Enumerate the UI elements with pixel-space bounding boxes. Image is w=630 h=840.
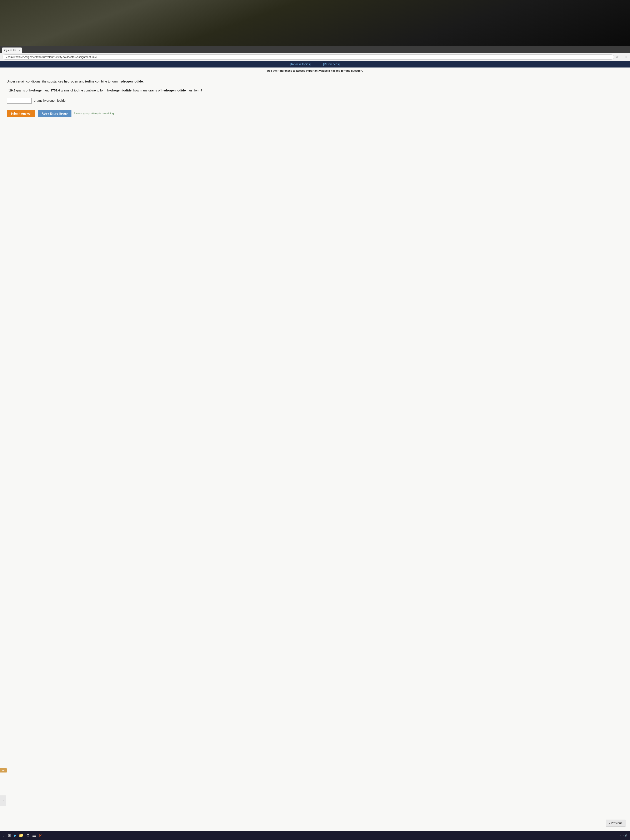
previous-button-label: Previous (611, 821, 622, 825)
bottom-label: ted (0, 768, 7, 772)
tab-bar: ing and lea × + (0, 46, 630, 53)
address-bar: ☆ ☰ ⊞ (0, 53, 630, 61)
taskbar-right: ∧ □ 🔊 (620, 834, 627, 837)
previous-button[interactable]: ‹ Previous (606, 819, 626, 827)
browser-chrome: ing and lea × + ☆ ☰ ⊞ (0, 46, 630, 61)
media-icon[interactable]: ▬ (33, 833, 36, 838)
tab-label: ing and lea (4, 49, 16, 52)
file-explorer-icon[interactable]: 📁 (19, 833, 23, 838)
taskbar-left: ○ ⊞ e 📁 ⚙ ▬ P (3, 833, 42, 838)
page-content: [Review Topics] [References] Use the Ref… (0, 61, 630, 831)
bookmark-icon[interactable]: ☆ (616, 55, 619, 59)
question-text: If 29.8 grams of hydrogen and 3751.6 gra… (7, 88, 623, 93)
references-link[interactable]: [References] (323, 63, 339, 66)
references-subtext: Use the References to access important v… (0, 68, 630, 74)
answer-row: grams hydrogen iodide (7, 98, 623, 104)
retry-group-button[interactable]: Retry Entire Group (38, 110, 71, 117)
url-input[interactable] (3, 54, 614, 60)
powerpoint-icon[interactable]: P (39, 833, 42, 838)
top-nav: [Review Topics] [References] (0, 61, 630, 68)
extensions-icon[interactable]: ⊞ (625, 55, 627, 59)
cortana-icon[interactable]: ⊞ (8, 833, 11, 838)
browser-menu-icon[interactable]: ☰ (620, 55, 623, 59)
settings-icon[interactable]: ⚙ (26, 833, 30, 838)
windows-search-icon[interactable]: ○ (3, 833, 5, 838)
browser-tab[interactable]: ing and lea × (2, 47, 22, 53)
answer-input[interactable] (7, 98, 32, 104)
address-bar-icons: ☆ ☰ ⊞ (616, 55, 627, 59)
bottom-spacer: ted › ‹ Previous (0, 478, 630, 831)
buttons-row: Submit Answer Retry Entire Group 9 more … (7, 110, 623, 117)
answer-label: grams hydrogen iodide (34, 99, 66, 102)
review-topics-link[interactable]: [Review Topics] (291, 63, 311, 66)
question-intro: Under certain conditions, the substances… (7, 79, 623, 84)
previous-chevron-icon: ‹ (609, 821, 610, 825)
left-chevron-icon[interactable]: › (0, 796, 6, 806)
tab-close-button[interactable]: × (19, 49, 20, 52)
submit-answer-button[interactable]: Submit Answer (7, 110, 35, 117)
system-tray-icons: ∧ □ 🔊 (620, 834, 627, 837)
taskbar: ○ ⊞ e 📁 ⚙ ▬ P ∧ □ 🔊 (0, 831, 630, 840)
edge-browser-icon[interactable]: e (14, 833, 16, 838)
photo-background (0, 0, 630, 46)
attempts-remaining: 9 more group attempts remaining (74, 112, 114, 115)
new-tab-button[interactable]: + (23, 47, 29, 53)
question-area: Under certain conditions, the substances… (0, 74, 630, 478)
